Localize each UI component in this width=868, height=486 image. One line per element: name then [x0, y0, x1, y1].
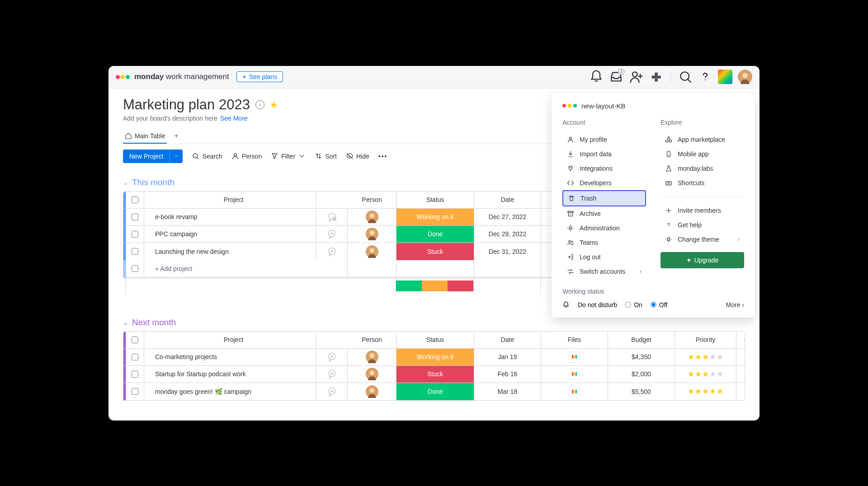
date-cell[interactable]: Dec 31, 2022 — [474, 243, 541, 260]
add-view-button[interactable]: + — [170, 128, 182, 144]
chat-icon[interactable] — [316, 243, 348, 260]
priority-cell[interactable]: ★★★★★ — [675, 349, 736, 365]
menu-item-log-out[interactable]: Log out — [562, 250, 646, 264]
search-tool[interactable]: Search — [192, 152, 222, 160]
row-checkbox[interactable] — [126, 383, 144, 400]
select-all-checkbox[interactable] — [126, 332, 144, 348]
tab-main-table[interactable]: Main Table — [123, 129, 167, 143]
budget-cell[interactable]: $4,350 — [608, 349, 675, 365]
person-cell[interactable] — [348, 349, 396, 365]
more-options-icon[interactable]: ••• — [378, 153, 388, 160]
person-cell[interactable] — [348, 243, 396, 260]
menu-item-administration[interactable]: Administration — [562, 221, 646, 235]
inbox-icon[interactable]: 2 — [609, 70, 623, 84]
menu-item-archive[interactable]: Archive — [562, 206, 646, 221]
col-budget[interactable]: Budget — [608, 332, 675, 348]
apps-icon[interactable] — [649, 70, 663, 84]
project-name[interactable]: Startup for Startup podcast work — [144, 366, 316, 383]
row-checkbox[interactable] — [126, 226, 144, 243]
notifications-icon[interactable] — [589, 70, 604, 84]
row-checkbox[interactable] — [126, 366, 144, 383]
upgrade-button[interactable]: ✦Upgrade — [660, 252, 744, 268]
row-checkbox[interactable] — [126, 209, 144, 225]
person-filter[interactable]: Person — [231, 152, 262, 160]
status-cell[interactable]: Working on it — [396, 349, 474, 365]
search-icon[interactable] — [678, 70, 693, 84]
col-priority[interactable]: Priority — [675, 332, 736, 348]
person-cell[interactable] — [348, 383, 396, 400]
table-row[interactable]: monday goes green! 🌿 campaign Done Mar 1… — [123, 383, 745, 400]
row-checkbox[interactable] — [126, 349, 144, 365]
see-more-link[interactable]: See More — [220, 115, 248, 122]
help-icon[interactable] — [698, 70, 712, 84]
col-date[interactable]: Date — [474, 192, 541, 208]
status-cell[interactable]: Done — [396, 226, 474, 243]
budget-cell[interactable]: $5,500 — [608, 383, 675, 400]
budget-cell[interactable]: $2,000 — [608, 366, 675, 383]
col-person[interactable]: Person — [348, 192, 396, 208]
chat-icon[interactable] — [316, 383, 348, 400]
sort-tool[interactable]: Sort — [315, 152, 337, 160]
priority-cell[interactable]: ★★★★★ — [675, 383, 736, 400]
new-project-dropdown[interactable] — [170, 150, 183, 163]
col-project[interactable]: Project — [144, 332, 316, 348]
status-cell[interactable]: Stuck — [396, 243, 474, 260]
menu-item-teams[interactable]: Teams — [562, 235, 646, 250]
menu-item-shortcuts[interactable]: Shortcuts — [660, 176, 744, 190]
menu-item-import-data[interactable]: Import data — [562, 147, 646, 161]
col-files[interactable]: Files — [541, 332, 608, 348]
col-date[interactable]: Date — [474, 332, 541, 348]
col-person[interactable]: Person — [348, 332, 396, 348]
person-cell[interactable] — [348, 209, 396, 225]
chat-icon[interactable] — [316, 226, 348, 243]
project-name[interactable]: Launching the new design — [144, 243, 316, 260]
project-name[interactable]: e-book revamp — [144, 209, 316, 225]
table-row[interactable]: Startup for Startup podcast work Stuck F… — [123, 366, 745, 383]
table-row[interactable]: Co-marketing projects Working on it Jan … — [123, 349, 745, 366]
menu-item-mobile-app[interactable]: Mobile app — [660, 147, 744, 161]
person-cell[interactable] — [348, 366, 396, 383]
files-cell[interactable] — [541, 349, 608, 365]
menu-item-app-marketplace[interactable]: App marketplace — [660, 132, 744, 147]
menu-item-invite-members[interactable]: Invite members — [660, 203, 744, 218]
group-header[interactable]: ⌄ Next month — [123, 318, 745, 327]
files-cell[interactable] — [541, 366, 608, 383]
status-cell[interactable]: Stuck — [396, 366, 474, 383]
files-cell[interactable] — [541, 383, 608, 400]
date-cell[interactable]: Dec 27, 2022 — [474, 209, 541, 225]
menu-item-monday.labs[interactable]: monday.labs — [660, 161, 744, 176]
project-name[interactable]: Co-marketing projects — [144, 349, 316, 365]
col-status[interactable]: Status — [396, 192, 474, 208]
menu-item-developers[interactable]: Developers — [562, 176, 646, 190]
favorite-star-icon[interactable]: ★ — [270, 99, 278, 110]
product-switcher-icon[interactable] — [718, 70, 732, 84]
date-cell[interactable]: Mar 18 — [474, 383, 541, 400]
dnd-off-radio[interactable]: Off — [651, 301, 667, 308]
filter-tool[interactable]: Filter — [271, 152, 306, 160]
col-project[interactable]: Project — [144, 192, 316, 208]
chat-icon[interactable]: 1 — [316, 209, 348, 225]
see-plans-button[interactable]: ✦See plans — [236, 71, 283, 82]
project-name[interactable]: monday goes green! 🌿 campaign — [144, 383, 316, 400]
menu-item-switch-accounts[interactable]: Switch accounts › — [562, 264, 646, 279]
priority-cell[interactable]: ★★★★★ — [675, 366, 736, 383]
chat-icon[interactable] — [316, 349, 348, 365]
hide-tool[interactable]: Hide — [346, 152, 369, 160]
menu-item-trash[interactable]: Trash — [562, 190, 646, 206]
date-cell[interactable]: Feb 16 — [474, 366, 541, 383]
date-cell[interactable]: Dec 29, 2022 — [474, 226, 541, 243]
menu-item-integrations[interactable]: Integrations — [562, 161, 646, 176]
avatar[interactable] — [738, 70, 752, 84]
status-cell[interactable]: Done — [396, 383, 474, 400]
select-all-checkbox[interactable] — [126, 192, 144, 208]
menu-item-change-theme[interactable]: Change theme › — [660, 232, 744, 247]
menu-item-get-help[interactable]: Get help — [660, 218, 744, 232]
row-checkbox[interactable] — [126, 243, 144, 260]
date-cell[interactable]: Jan 19 — [474, 349, 541, 365]
chat-icon[interactable] — [316, 366, 348, 383]
col-status[interactable]: Status — [396, 332, 474, 348]
project-name[interactable]: PPC campaign — [144, 226, 316, 243]
menu-item-my-profile[interactable]: My profile — [562, 132, 646, 147]
dnd-on-radio[interactable]: On — [625, 301, 642, 308]
new-project-button[interactable]: New Project — [123, 150, 183, 163]
